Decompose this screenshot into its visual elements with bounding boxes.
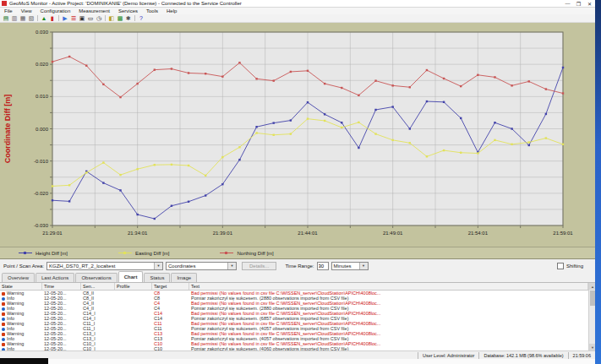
chevron-down-icon: ▼ — [227, 263, 236, 269]
tab-image[interactable]: Image — [171, 273, 197, 282]
project-icon[interactable]: ▤ — [2, 14, 10, 22]
info-icon — [2, 338, 5, 341]
copy-icon[interactable]: ▥ — [10, 14, 19, 22]
legend-square — [123, 252, 126, 254]
info-icon — [2, 307, 5, 311]
shifting-option: Shifting — [557, 263, 583, 269]
svg-text:21:49:01: 21:49:01 — [383, 231, 403, 236]
close-button[interactable]: ✕ — [584, 0, 595, 7]
print-icon[interactable]: ▦ — [19, 14, 27, 22]
legend-marker-icon — [220, 252, 233, 254]
legend-marker-icon — [118, 252, 132, 254]
toolbar-separator — [105, 15, 106, 21]
time-unit-select[interactable]: Minutes ▼ — [331, 262, 369, 270]
point-select[interactable]: KGZH_DS70_RT_2_localtest ▼ — [46, 262, 163, 270]
desktop-background-strip — [595, 0, 601, 364]
geomos-window: GeoMoS Monitor - Active Project: 'DOMINI… — [0, 0, 595, 364]
tab-overview[interactable]: Overview — [2, 273, 35, 282]
toolbar-separator — [37, 15, 38, 21]
monitor-view-icon[interactable]: ▣ — [78, 14, 86, 22]
stop-monitoring-icon[interactable]: ▮ — [48, 14, 57, 22]
svg-text:0.030: 0.030 — [36, 30, 49, 35]
legend-label: Height Diff [m] — [36, 251, 68, 256]
sensor-manager-icon[interactable]: ☰ — [69, 14, 78, 22]
shifting-label: Shifting — [566, 263, 583, 269]
tab-observations[interactable]: Observations — [75, 273, 117, 282]
warning-icon — [2, 323, 5, 326]
svg-text:0.020: 0.020 — [36, 62, 49, 67]
report-icon[interactable]: ▧ — [27, 14, 36, 22]
window-view-icon[interactable]: ▭ — [86, 14, 95, 22]
tab-bar: OverviewLast ActionsObservationsChartSta… — [0, 272, 595, 283]
toolbar-separator — [134, 15, 135, 21]
tab-status[interactable]: Status — [144, 273, 170, 282]
menu-tools[interactable]: Tools — [142, 8, 162, 14]
svg-text:21:59:01: 21:59:01 — [553, 231, 573, 236]
legend-square — [225, 252, 227, 254]
analysis-icon[interactable]: ▩ — [116, 14, 124, 22]
warning-icon — [2, 292, 5, 296]
point-scan-area-label: Point / Scan Area: — [3, 263, 44, 269]
info-icon — [2, 297, 5, 301]
svg-text:21:34:01: 21:34:01 — [128, 231, 148, 236]
database-status: Database: 142.1 MB (98.6% available) — [478, 352, 567, 359]
svg-text:-0.010: -0.010 — [34, 159, 49, 164]
status-bar: User Level: Administrator Database: 142.… — [0, 350, 595, 359]
tab-chart[interactable]: Chart — [118, 271, 144, 282]
svg-text:21:29:01: 21:29:01 — [42, 231, 63, 236]
chevron-down-icon: ▼ — [154, 263, 162, 269]
menu-services[interactable]: Services — [114, 8, 142, 14]
start-monitoring-icon[interactable]: ▲ — [40, 14, 48, 22]
scheduler-icon[interactable]: ◷ — [95, 14, 103, 22]
log-table-header: StateTimeSen...ProfileTargetText — [0, 283, 588, 291]
legend-label: Northing Diff [m] — [237, 251, 273, 256]
toolbar-separator — [58, 15, 59, 21]
menu-measurement[interactable]: Measurement — [74, 8, 114, 14]
warning-icon — [2, 302, 5, 306]
svg-text:-0.020: -0.020 — [34, 191, 49, 196]
table-scrollbar[interactable]: ▲ ▼ — [588, 283, 595, 350]
svg-text:0.000: 0.000 — [36, 127, 49, 132]
screen: GeoMoS Monitor - Active Project: 'DOMINI… — [0, 0, 601, 364]
scrollbar-thumb[interactable] — [590, 291, 595, 306]
view-type-select[interactable]: Coordinates ▼ — [166, 262, 237, 270]
app-icon — [2, 1, 7, 6]
run-now-icon[interactable]: ▶ — [61, 14, 69, 22]
help-icon[interactable]: ? — [137, 14, 145, 22]
log-column-header: Time — [42, 283, 81, 290]
maximize-button[interactable]: ❐ — [573, 0, 584, 7]
svg-text:21:54:01: 21:54:01 — [468, 231, 489, 236]
legend-square — [24, 252, 26, 254]
info-icon — [2, 318, 5, 321]
menu-configuration[interactable]: Configuration — [36, 8, 75, 14]
minimize-button[interactable]: — — [562, 0, 573, 7]
event-log-table: StateTimeSen...ProfileTargetText Warning… — [0, 283, 588, 350]
svg-text:21:39:01: 21:39:01 — [213, 231, 233, 236]
user-level-status: User Level: Administrator — [418, 352, 478, 359]
menu-file[interactable]: File — [0, 8, 17, 14]
log-column-header: Target — [152, 283, 189, 290]
menu-help[interactable]: Help — [162, 8, 181, 14]
legend-marker-icon — [19, 252, 32, 254]
toolbar: ▤▥▦▧▲▮▶☰▣▭◷◧▩✱? — [0, 14, 595, 23]
window-controls: — ❐ ✕ — [562, 0, 595, 7]
details-button[interactable]: Details... — [242, 262, 276, 270]
shifting-checkbox[interactable] — [557, 263, 564, 269]
time-range-input[interactable] — [317, 262, 329, 270]
chart-view-icon[interactable]: ◧ — [107, 14, 116, 22]
legend-item-easting: Easting Diff [m] — [118, 251, 170, 256]
settings-icon[interactable]: ✱ — [124, 14, 133, 22]
time-range-label: Time Range: — [285, 263, 314, 269]
menu-bar: FileViewConfigurationMeasurementServices… — [0, 8, 595, 14]
window-title: GeoMoS Monitor - Active Project: 'DOMINI… — [9, 1, 242, 6]
menu-view[interactable]: View — [17, 8, 36, 14]
warning-icon — [2, 312, 5, 316]
svg-text:Coordinate Diff [m]: Coordinate Diff [m] — [3, 95, 12, 164]
tab-last-actions[interactable]: Last Actions — [36, 273, 74, 282]
log-column-header: Sen... — [81, 283, 115, 290]
legend-item-height: Height Diff [m] — [19, 251, 68, 256]
log-column-header: Profile — [115, 283, 152, 290]
log-column-header: State — [0, 283, 42, 290]
svg-text:-0.030: -0.030 — [34, 223, 49, 228]
coordinate-diff-chart: 21:29:0121:34:0121:39:0121:44:0121:49:01… — [0, 23, 595, 247]
